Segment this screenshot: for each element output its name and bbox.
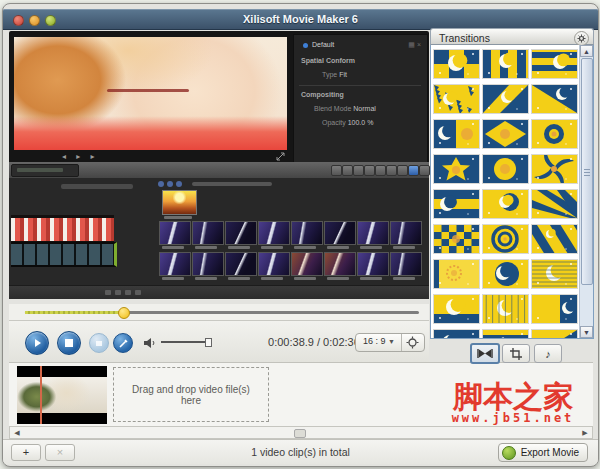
transition-thumbnail-moon-bars[interactable] [483,330,528,338]
media-thumbnail-sunset[interactable] [162,190,197,215]
transition-mode-button[interactable] [470,343,500,364]
timeline-tool-icon[interactable] [353,165,364,176]
browser-tab-icon[interactable] [158,181,164,187]
clip-thumbnail[interactable] [17,366,107,424]
video-filmstrip-track[interactable] [11,215,114,244]
transition-thumbnail-checker-small[interactable] [434,225,479,253]
timeline-tool-icon[interactable] [397,165,408,176]
timeline-tool-icon[interactable] [375,165,386,176]
media-thumbnail[interactable] [159,252,191,276]
media-thumbnail[interactable] [291,221,323,245]
transition-thumbnail-pinwheel[interactable] [532,155,577,183]
row-value[interactable]: 100.0 % [348,119,374,126]
transition-thumbnail-mosaic[interactable] [434,85,479,113]
volume-knob[interactable] [205,338,212,347]
timeline-tool-icon[interactable] [331,165,342,176]
seek-knob[interactable] [118,307,130,319]
transition-thumbnail-checker-moon[interactable] [434,50,479,78]
volume-slider[interactable] [161,341,205,343]
volume-icon[interactable] [143,335,157,353]
overlay-filmstrip-track[interactable] [11,242,117,267]
drop-zone[interactable]: Drag and drop video file(s) here [113,367,269,422]
timeline-tool-icon[interactable] [364,165,375,176]
play-button[interactable] [25,331,49,355]
browser-tab-icon[interactable] [176,181,182,187]
media-thumbnail[interactable] [357,252,389,276]
inspector-icons[interactable]: ▦ × [408,41,421,49]
scrollbar-thumb[interactable] [294,429,306,438]
transition-thumbnail-moon-circle[interactable] [483,260,528,288]
transition-thumbnail-bars-horizontal[interactable] [532,50,577,78]
transition-thumbnail-blinds-vertical[interactable] [483,50,528,78]
snapshot-button[interactable] [89,333,109,353]
media-thumbnail[interactable] [390,221,422,245]
media-thumbnail[interactable] [324,221,356,245]
footer-icon[interactable] [135,290,141,295]
media-thumbnail[interactable] [225,221,257,245]
transition-thumbnail-moon-yellow[interactable] [483,190,528,218]
row-label: Opacity [322,119,346,126]
media-browser [156,178,429,286]
transition-thumbnail-diagonal-split[interactable] [532,85,577,113]
media-thumbnail[interactable] [159,221,191,245]
transition-thumbnail-lines-horizontal[interactable] [532,260,577,288]
timeline-zoom-icon[interactable] [408,165,419,176]
stop-button[interactable] [57,331,81,355]
timeline-tool-icon[interactable] [419,165,430,176]
footer-icon[interactable] [115,290,121,295]
media-thumbnail[interactable] [192,252,224,276]
media-thumbnail[interactable] [258,221,290,245]
scroll-up-arrow-icon[interactable]: ▲ [580,45,593,57]
horizontal-scrollbar[interactable]: ◀ ▶ [9,426,593,439]
time-display: 0:00:38.9 / 0:02:36.8 [241,336,369,348]
audio-button[interactable]: ♪ [534,344,562,363]
export-movie-button[interactable]: Export Movie [498,443,588,462]
transition-thumbnail-diamond[interactable] [483,120,528,148]
frame-step-icons[interactable]: ◂ ▸ ▸ [62,152,99,161]
marker-button[interactable] [113,333,133,353]
media-thumbnail[interactable] [324,252,356,276]
transition-thumbnail-moon-rise[interactable] [434,295,479,323]
transition-thumbnail-lines-vertical[interactable] [483,295,528,323]
scroll-down-arrow-icon[interactable]: ▼ [580,326,593,338]
transition-thumbnail-sun-circle[interactable] [483,155,528,183]
media-thumbnail[interactable] [192,221,224,245]
transition-thumbnail-moon-dark[interactable] [434,330,479,338]
media-thumbnail[interactable] [357,221,389,245]
clip-playhead[interactable] [40,366,42,424]
media-thumbnail[interactable] [390,252,422,276]
transition-thumbnail-push-box[interactable] [434,260,479,288]
transition-thumbnail-corner-split[interactable] [532,295,577,323]
transition-thumbnail-triangle-wipe[interactable] [483,85,528,113]
media-thumbnail[interactable] [258,252,290,276]
transition-thumbnail-iris-circle[interactable] [532,120,577,148]
timeline-tool-icon[interactable] [342,165,353,176]
row-value[interactable]: Normal [353,105,376,112]
transition-thumbnail-split-vertical[interactable] [434,120,479,148]
preview-section: ◂ ▸ ▸ Default ▦ × Spatial Conform Type F… [9,31,429,164]
preset-label[interactable]: Default [312,41,334,48]
crop-button[interactable] [502,344,530,363]
scroll-left-arrow-icon[interactable]: ◀ [11,428,23,437]
scroll-right-arrow-icon[interactable]: ▶ [579,428,591,437]
transition-thumbnail-moon-half[interactable] [532,330,577,338]
scrollbar-thumb[interactable] [581,58,593,285]
footer-icon[interactable] [125,290,131,295]
title-bar: Xilisoft Movie Maker 6 [3,9,598,30]
transition-thumbnail-moon-band[interactable] [434,190,479,218]
thumbnail-caption [162,246,184,249]
timeline-tool-icon[interactable] [386,165,397,176]
aspect-ratio-dropdown[interactable]: 16 : 9 ▼ [356,334,402,351]
gear-icon[interactable] [574,31,589,46]
media-thumbnail[interactable] [225,252,257,276]
transition-thumbnail-diagonal-stripes[interactable] [532,225,577,253]
fit-screen-button[interactable] [402,334,424,351]
row-value[interactable]: Fit [339,71,347,78]
transition-thumbnail-ray-swirl[interactable] [532,190,577,218]
transition-thumbnail-star[interactable] [434,155,479,183]
media-thumbnail[interactable] [291,252,323,276]
vertical-scrollbar[interactable]: ▲ ▼ [579,45,593,338]
browser-tab-icon[interactable] [167,181,173,187]
transition-thumbnail-ripple[interactable] [483,225,528,253]
footer-icon[interactable] [105,290,111,295]
